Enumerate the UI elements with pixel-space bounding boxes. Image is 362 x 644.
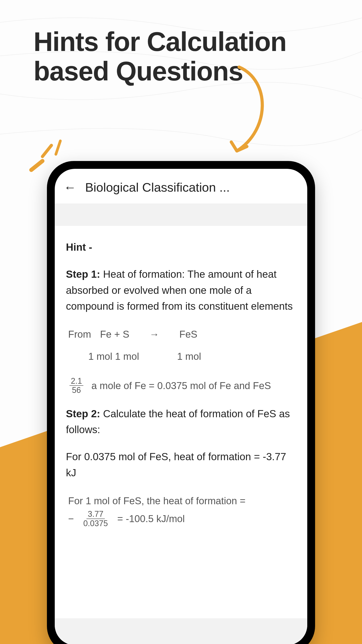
screen-title: Biological Classification ... [85, 180, 230, 194]
section-divider [55, 204, 307, 226]
calc2-pre: For 1 mol of FeS, the heat of formation … [68, 492, 294, 510]
back-arrow-icon[interactable]: ← [64, 181, 76, 194]
svg-line-2 [56, 141, 60, 154]
step-2-label: Step 2: [66, 408, 100, 420]
eq-lhs: Fe + S [100, 325, 129, 343]
calc-line-1: For 0.0375 mol of FeS, heat of formation… [66, 449, 296, 481]
eq-rhs: FeS [179, 325, 198, 343]
hint-content: Hint - Step 1: Heat of formation: The am… [55, 226, 307, 618]
phone-frame: ← Biological Classification ... Hint - S… [47, 161, 315, 644]
minus-sign: − [68, 510, 74, 528]
equation-reaction: From Fe + S → FeS 1 mol 1 mol 1 mol [68, 325, 294, 365]
app-header: ← Biological Classification ... [55, 169, 307, 204]
svg-line-1 [42, 145, 51, 156]
fraction-3p77-0p0375: 3.77 0.0375 [82, 510, 109, 528]
hint-label: Hint - [66, 239, 296, 255]
eq-from: From [68, 325, 91, 343]
svg-line-0 [31, 161, 42, 170]
step-1-text: Heat of formation: The amount of heat ab… [66, 268, 293, 312]
mole-calc-text: a mole of Fe = 0.0375 mol of Fe and FeS [91, 377, 271, 394]
pointer-arrow-icon [212, 62, 275, 161]
headline-line1: Hints for Calculation [33, 27, 286, 56]
calc-line-2: For 1 mol of FeS, the heat of formation … [68, 492, 294, 528]
calc2-result: = -100.5 kJ/mol [117, 510, 185, 528]
step-1-block: Step 1: Heat of formation: The amount of… [66, 266, 296, 314]
step-1-label: Step 1: [66, 268, 100, 280]
fraction-2p1-56: 2.1 56 [69, 376, 83, 395]
bottom-divider [55, 618, 307, 644]
step-2-block: Step 2: Calculate the heat of formation … [66, 406, 296, 438]
phone-screen: ← Biological Classification ... Hint - S… [55, 169, 307, 644]
eq-sub-rhs: 1 mol [177, 348, 201, 365]
equation-mole-calc: 2.1 56 a mole of Fe = 0.0375 mol of Fe a… [68, 376, 294, 395]
arrow-right-icon: → [149, 325, 159, 343]
eq-sub-lhs: 1 mol 1 mol [88, 348, 139, 365]
sparkle-icon [22, 134, 67, 179]
